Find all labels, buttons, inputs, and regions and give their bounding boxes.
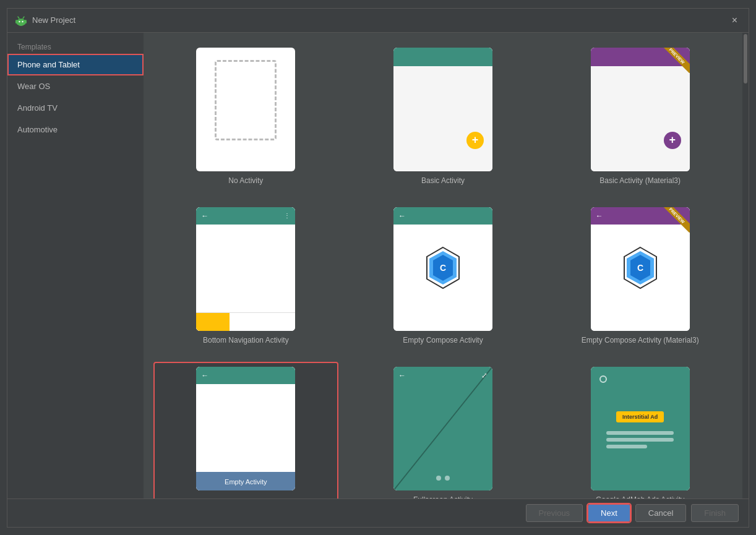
template-empty-compose[interactable]: ← C Empty Compose Activ [351,202,536,349]
template-grid: No Activity + Basic Activity [144,33,742,499]
template-bottom-navigation[interactable]: ← ⋮ Bottom Navigation Activity [153,202,338,349]
sidebar-item-automotive[interactable]: Automotive [7,119,144,140]
basic-activity-preview: + [393,48,492,171]
sidebar-item-wear-os[interactable]: Wear OS [7,75,144,97]
svg-text:C: C [440,263,446,273]
empty-compose-material3-label: Empty Compose Activity (Material3) [582,336,699,345]
svg-rect-1 [17,20,25,25]
empty-compose-preview: ← C [393,207,492,331]
finish-button[interactable]: Finish [691,504,739,522]
sidebar-header: Templates [7,38,144,54]
svg-line-16 [393,367,492,490]
close-button[interactable]: × [728,14,741,27]
empty-compose-material3-preview: ← PREVIEW C [591,207,690,331]
template-empty-compose-material3[interactable]: ← PREVIEW C [548,202,732,349]
bottom-nav-label: Bottom Navigation Activity [203,336,289,345]
basic-activity-label: Basic Activity [421,176,465,185]
interstitial-ad-label: Interstitial Ad [616,411,664,422]
cancel-button[interactable]: Cancel [635,504,686,522]
template-empty-activity[interactable]: ← Empty Activity Empty Activity [153,362,338,499]
title-bar: New Project × [7,9,749,33]
sidebar: Templates Phone and Tablet Wear OS Andro… [7,33,144,499]
template-fullscreen[interactable]: ← ⤢ Fullscreen Activit [351,362,536,499]
fullscreen-preview: ← ⤢ [393,367,492,490]
empty-activity-preview: ← Empty Activity [196,367,295,490]
basic-material3-label: Basic Activity (Material3) [599,176,681,185]
content-area: Templates Phone and Tablet Wear OS Andro… [7,33,749,499]
template-no-activity[interactable]: No Activity [153,43,338,190]
no-activity-label: No Activity [228,176,263,185]
svg-rect-7 [25,20,27,24]
scrollbar[interactable] [742,33,749,499]
svg-line-4 [18,17,19,19]
svg-text:C: C [637,263,643,273]
template-basic-activity-material3[interactable]: PREVIEW + Basic Activity (Material3) [548,43,732,190]
dialog-title: New Project [32,15,75,25]
template-admob[interactable]: Interstitial Ad Google AdMob Ads Activit… [548,362,732,499]
svg-rect-6 [15,20,17,24]
basic-material3-preview: PREVIEW + [591,48,690,171]
svg-point-3 [22,20,23,22]
next-button[interactable]: Next [588,504,630,522]
empty-compose-label: Empty Compose Activity [403,336,483,345]
no-activity-preview [196,48,295,171]
svg-line-5 [23,17,24,19]
admob-preview: Interstitial Ad [591,367,690,490]
android-icon [15,14,27,27]
svg-point-2 [19,20,20,22]
scrollbar-thumb [744,34,747,83]
sidebar-item-phone-tablet[interactable]: Phone and Tablet [7,54,144,75]
sidebar-item-android-tv[interactable]: Android TV [7,97,144,119]
new-project-dialog: New Project × Templates Phone and Tablet… [7,8,749,528]
empty-activity-selected-label: Empty Activity [225,478,267,486]
previous-button[interactable]: Previous [526,504,583,522]
bottom-nav-preview: ← ⋮ [196,207,295,331]
bottom-bar: Previous Next Cancel Finish [7,499,749,527]
title-bar-left: New Project [15,14,75,27]
template-basic-activity[interactable]: + Basic Activity [351,43,536,190]
